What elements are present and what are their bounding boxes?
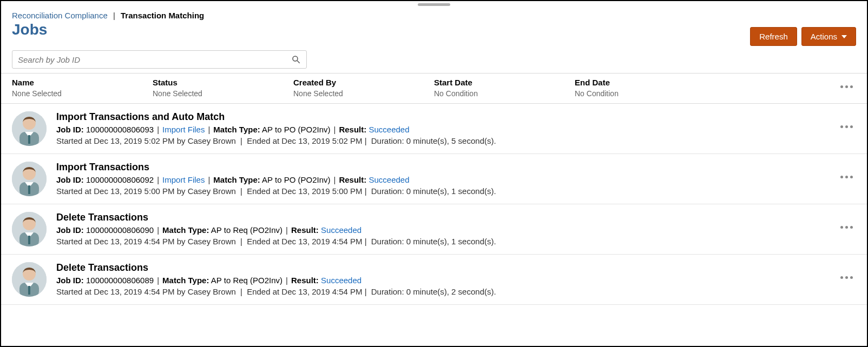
result-link[interactable]: Succeeded <box>369 125 409 134</box>
result-label: Result: <box>339 125 366 134</box>
separator: | <box>334 175 336 184</box>
separator: | <box>240 186 242 196</box>
jobs-list[interactable]: Import Transactions and Auto MatchJob ID… <box>1 104 867 337</box>
started-at-value: Dec 13, 2019 4:54 PM <box>94 287 174 296</box>
svg-rect-5 <box>28 135 30 144</box>
filter-status[interactable]: Status None Selected <box>153 78 261 98</box>
job-body: Delete TransactionsJob ID: 1000000008060… <box>56 262 856 296</box>
result-label: Result: <box>291 225 319 235</box>
duration-value: 0 minute(s), 5 second(s). <box>406 136 496 145</box>
breadcrumb-parent-link[interactable]: Reconciliation Compliance <box>12 11 108 20</box>
page-title: Jobs <box>12 21 204 38</box>
job-id-value: 100000000806093 <box>86 125 154 134</box>
job-meta: Job ID: 100000000806093|Import Files|Mat… <box>56 125 856 134</box>
ended-at-value: Dec 13, 2019 5:02 PM <box>281 136 362 145</box>
filter-start-date[interactable]: Start Date No Condition <box>434 78 542 98</box>
job-title: Delete Transactions <box>56 262 856 273</box>
separator: | <box>240 136 242 145</box>
result-label: Result: <box>291 276 319 285</box>
match-type-value: AP to Req (PO2Inv) <box>211 276 282 285</box>
ellipsis-icon <box>840 276 853 279</box>
svg-line-1 <box>297 61 300 63</box>
match-type-value: AP to PO (PO2Inv) <box>262 125 330 134</box>
filter-created-by[interactable]: Created By None Selected <box>293 78 402 98</box>
separator: | <box>208 175 210 184</box>
avatar <box>12 212 47 246</box>
match-type-label: Match Type: <box>213 125 260 134</box>
filters-more-button[interactable] <box>840 81 853 90</box>
started-at-label: Started at <box>56 136 91 145</box>
job-body: Import TransactionsJob ID: 1000000008060… <box>56 162 856 196</box>
match-type-value: AP to Req (PO2Inv) <box>211 225 282 235</box>
caret-down-icon <box>841 35 847 38</box>
filter-label: Start Date <box>434 78 542 87</box>
result-link[interactable]: Succeeded <box>321 225 361 235</box>
duration-value: 0 minute(s), 1 second(s). <box>406 237 496 246</box>
svg-rect-17 <box>28 286 30 295</box>
breadcrumb-separator: | <box>113 11 115 20</box>
ellipsis-icon <box>840 226 853 229</box>
filter-name[interactable]: Name None Selected <box>12 78 120 98</box>
svg-point-0 <box>293 56 298 61</box>
breadcrumb: Reconciliation Compliance | Transaction … <box>12 11 204 20</box>
row-actions-button[interactable] <box>840 121 853 130</box>
row-actions-button[interactable] <box>840 272 853 281</box>
created-by-value: Casey Brown <box>188 186 236 196</box>
filter-label: Created By <box>293 78 402 87</box>
job-row: Import TransactionsJob ID: 1000000008060… <box>1 154 867 204</box>
by-label: by <box>177 186 186 196</box>
separator: | <box>157 276 159 285</box>
ellipsis-icon <box>840 85 853 88</box>
match-type-label: Match Type: <box>162 225 209 235</box>
by-label: by <box>177 237 186 246</box>
svg-rect-9 <box>28 185 30 194</box>
started-at-value: Dec 13, 2019 5:00 PM <box>94 186 174 196</box>
search-icon[interactable] <box>291 55 301 64</box>
separator: | <box>157 225 159 235</box>
refresh-button-label: Refresh <box>759 32 788 41</box>
match-type-label: Match Type: <box>213 175 260 184</box>
filter-end-date[interactable]: End Date No Condition <box>575 78 683 98</box>
svg-rect-13 <box>28 236 30 244</box>
result-link[interactable]: Succeeded <box>321 276 361 285</box>
filter-value: No Condition <box>434 89 542 98</box>
duration-label: Duration: <box>371 186 404 196</box>
row-actions-button[interactable] <box>840 222 853 230</box>
job-row: Import Transactions and Auto MatchJob ID… <box>1 104 867 154</box>
row-actions-button[interactable] <box>840 171 853 180</box>
search-box[interactable] <box>12 50 307 69</box>
ellipsis-icon <box>840 176 853 178</box>
import-files-link[interactable]: Import Files <box>162 175 205 184</box>
filter-bar: Name None Selected Status None Selected … <box>1 73 867 104</box>
job-id-value: 100000000806089 <box>86 276 154 285</box>
filter-label: End Date <box>575 78 683 87</box>
result-link[interactable]: Succeeded <box>369 175 409 184</box>
filter-value: No Condition <box>575 89 683 98</box>
job-title: Import Transactions <box>56 162 856 173</box>
separator: | <box>365 136 367 145</box>
filter-value: None Selected <box>153 89 261 98</box>
job-timing: Started at Dec 13, 2019 4:54 PM by Casey… <box>56 237 856 246</box>
import-files-link[interactable]: Import Files <box>162 125 205 134</box>
drag-handle[interactable] <box>418 3 450 6</box>
filter-label: Status <box>153 78 261 87</box>
refresh-button[interactable]: Refresh <box>750 27 797 46</box>
separator: | <box>240 287 242 296</box>
job-timing: Started at Dec 13, 2019 5:00 PM by Casey… <box>56 186 856 196</box>
job-title: Delete Transactions <box>56 212 856 223</box>
actions-button[interactable]: Actions <box>801 27 856 46</box>
duration-value: 0 minute(s), 2 second(s). <box>406 287 496 296</box>
separator: | <box>365 186 367 196</box>
started-at-value: Dec 13, 2019 4:54 PM <box>94 237 174 246</box>
search-input[interactable] <box>18 55 291 64</box>
job-id-label: Job ID: <box>56 276 84 285</box>
separator: | <box>208 125 210 134</box>
duration-label: Duration: <box>371 136 404 145</box>
started-at-label: Started at <box>56 287 91 296</box>
ended-at-label: Ended at <box>247 136 279 145</box>
match-type-value: AP to PO (PO2Inv) <box>262 175 330 184</box>
filter-label: Name <box>12 78 120 87</box>
ended-at-value: Dec 13, 2019 5:00 PM <box>281 186 362 196</box>
started-at-value: Dec 13, 2019 5:02 PM <box>94 136 174 145</box>
created-by-value: Casey Brown <box>188 237 236 246</box>
